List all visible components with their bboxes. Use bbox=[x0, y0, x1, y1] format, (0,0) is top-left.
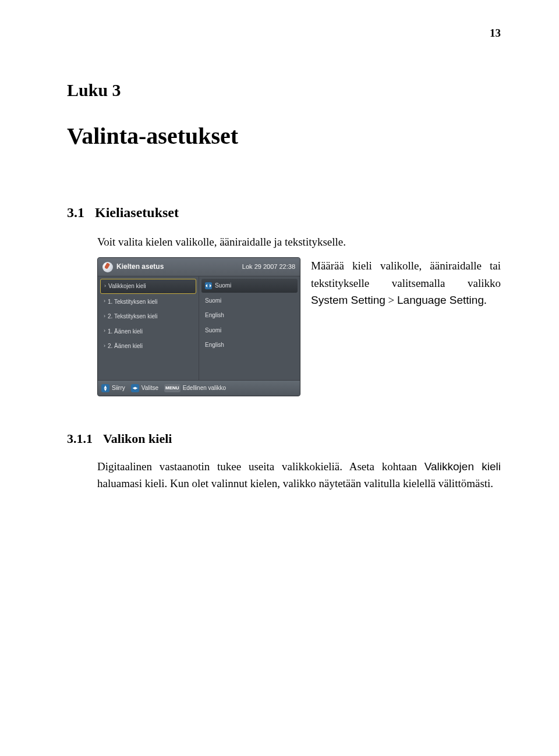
footer-label: Edellinen valikko bbox=[183, 384, 227, 393]
list-item-label: English bbox=[205, 340, 224, 350]
screenshot-footer: ▲▼ Siirry ◂▸ Valitse MENU Edellinen vali… bbox=[98, 380, 300, 396]
list-item[interactable]: Suomi bbox=[201, 279, 298, 293]
list-item-label: Valikkojen kieli bbox=[108, 282, 146, 291]
list-item-label: 2. Tekstityksen kieli bbox=[108, 312, 157, 321]
list-item[interactable]: English bbox=[201, 338, 298, 352]
subsection-number: 3.1.1 bbox=[67, 431, 93, 446]
list-item[interactable]: › 1. Tekstityksen kieli bbox=[100, 295, 196, 309]
list-item[interactable]: › 2. Äänen kieli bbox=[100, 339, 196, 353]
left-right-arrow-icon bbox=[205, 282, 212, 289]
list-item[interactable]: Suomi bbox=[201, 294, 298, 308]
screenshot-right-column: Suomi Suomi English Suomi English bbox=[199, 276, 300, 380]
section-title: Kieliasetukset bbox=[95, 205, 179, 220]
text-fragment: haluamasi kieli. Kun olet valinnut kiele… bbox=[97, 477, 493, 489]
rocket-icon bbox=[102, 262, 113, 272]
chapter-label: Luku 3 bbox=[67, 80, 501, 100]
list-item[interactable]: › 1. Äänen kieli bbox=[100, 325, 196, 339]
section-number: 3.1 bbox=[67, 205, 84, 220]
subsection-body: Digitaalinen vastaanotin tukee useita va… bbox=[97, 458, 501, 492]
screenshot-left-column: › Valikkojen kieli › 1. Tekstityksen kie… bbox=[98, 276, 199, 380]
subsection-heading: 3.1.1Valikon kieli bbox=[67, 431, 501, 446]
menu-key-icon: MENU bbox=[164, 384, 181, 392]
text-fragment: . bbox=[484, 294, 487, 306]
list-item-label: English bbox=[205, 311, 224, 320]
text-fragment: > bbox=[385, 294, 397, 306]
list-item-label: Suomi bbox=[215, 281, 231, 290]
text-fragment: Digitaalinen vastaanotin tukee useita va… bbox=[97, 460, 424, 473]
text-fragment: Määrää kieli valikolle, ääniraidalle tai… bbox=[311, 260, 501, 289]
chevron-right-icon: › bbox=[104, 327, 105, 335]
screenshot-title: Kielten asetus bbox=[116, 261, 242, 272]
list-item[interactable]: › 2. Tekstityksen kieli bbox=[100, 310, 196, 324]
list-item[interactable]: Suomi bbox=[201, 324, 298, 338]
footer-label: Siirry bbox=[112, 384, 125, 393]
menu-path-item: System Setting bbox=[311, 294, 385, 306]
settings-screenshot: Kielten asetus Lok 29 2007 22:38 › Valik… bbox=[97, 257, 300, 396]
chapter-title: Valinta-asetukset bbox=[67, 122, 501, 150]
list-item-label: 1. Äänen kieli bbox=[108, 327, 143, 336]
page-number: 13 bbox=[490, 27, 501, 40]
list-item[interactable]: English bbox=[201, 308, 298, 322]
list-item[interactable]: › Valikkojen kieli bbox=[100, 279, 196, 294]
section-side-text: Määrää kieli valikolle, ääniraidalle tai… bbox=[311, 257, 501, 308]
screenshot-datetime: Lok 29 2007 22:38 bbox=[242, 262, 295, 272]
up-down-key-icon: ▲▼ bbox=[101, 384, 109, 392]
chevron-right-icon: › bbox=[104, 342, 105, 350]
chevron-right-icon: › bbox=[104, 313, 105, 321]
list-item-label: Suomi bbox=[205, 296, 221, 306]
list-item-label: 1. Tekstityksen kieli bbox=[108, 297, 157, 307]
section-heading: 3.1Kieliasetukset bbox=[67, 205, 501, 221]
list-item-label: 2. Äänen kieli bbox=[108, 342, 143, 351]
list-item-label: Suomi bbox=[205, 326, 221, 335]
chevron-right-icon: › bbox=[104, 297, 105, 306]
chevron-right-icon: › bbox=[104, 282, 106, 290]
menu-path-item: Language Setting bbox=[397, 294, 484, 306]
left-right-key-icon: ◂▸ bbox=[131, 384, 139, 392]
section-intro: Voit valita kielen valikolle, ääniraidal… bbox=[97, 233, 501, 250]
footer-label: Valitse bbox=[141, 384, 158, 393]
screenshot-header: Kielten asetus Lok 29 2007 22:38 bbox=[98, 258, 300, 276]
subsection-title: Valikon kieli bbox=[103, 431, 172, 446]
menu-path-item: Valikkojen kieli bbox=[424, 460, 501, 473]
